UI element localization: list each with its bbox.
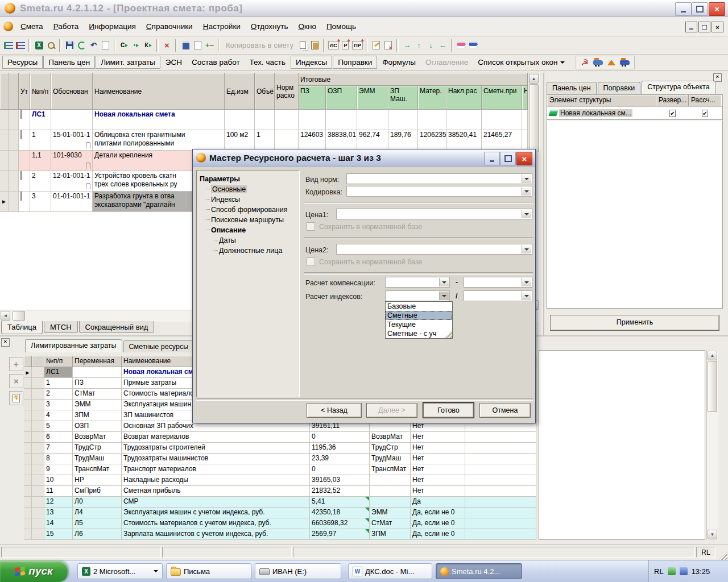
apply-button[interactable]: Применить [550, 315, 719, 331]
mdi-minimize-button[interactable] [685, 22, 697, 32]
scroll-left-button[interactable]: ◄ [1, 311, 10, 321]
new-section-button[interactable]: Р [340, 39, 351, 51]
tab-tablica[interactable]: Таблица [1, 321, 43, 334]
dialog-maximize-button[interactable] [500, 152, 516, 165]
tab-popravki[interactable]: Поправки [333, 56, 377, 69]
table-row[interactable]: 1 15-01-001-1 Облицовка стен гранитнымип… [0, 130, 528, 151]
list-item[interactable]: 8 ТрудМаш Трудозатраты машинистов 23,39 … [24, 454, 536, 464]
close-button[interactable]: × [709, 2, 725, 16]
scroll-thumb[interactable] [529, 84, 539, 152]
dropdown-option-bazovye[interactable]: Базовые [386, 302, 452, 311]
calculator-button[interactable] [180, 39, 192, 51]
export-excel-button[interactable]: X [33, 39, 45, 51]
dropdown-button[interactable] [439, 292, 449, 300]
header-emm[interactable]: ЭММ [357, 86, 388, 110]
razver-checkbox[interactable]: ✔ [669, 110, 675, 117]
approve-checkbox[interactable] [20, 171, 22, 180]
menu-pomosch[interactable]: Помощь [321, 20, 361, 33]
delete-document-button[interactable] [382, 39, 394, 51]
start-button[interactable]: пуск [0, 560, 68, 582]
menu-spravochniki[interactable]: Справочники [141, 20, 198, 33]
taskbar-item-excel[interactable]: X 2 Microsoft... [77, 563, 163, 579]
header-razver[interactable]: Развер... [656, 95, 689, 106]
undo-button[interactable]: ↶ [88, 39, 100, 51]
tab-panel-cen-right[interactable]: Панель цен [547, 82, 597, 94]
menu-nastroyki[interactable]: Настройки [198, 20, 246, 33]
header-rassch[interactable]: Рассч... [689, 95, 721, 106]
structure-tree-button[interactable] [2, 39, 14, 51]
taskbar-item-ivan-drive[interactable]: ИВАН (Е:) [255, 563, 341, 579]
list-item[interactable]: 7 ТрудСтр Трудозатраты строителей 1195,3… [24, 443, 536, 454]
header-ut[interactable]: Ут [19, 73, 30, 110]
price2-combobox[interactable] [336, 244, 532, 255]
header-zp-mash[interactable]: ЗП Маш. [388, 86, 418, 110]
tab-resursy[interactable]: Ресурсы [2, 56, 43, 69]
list-item[interactable]: 15 Л6 Зарплата машинистов с учетом индек… [24, 529, 536, 540]
scroll-up-button[interactable]: ▲ [529, 74, 539, 84]
tab-panel-cen[interactable]: Панель цен [43, 56, 95, 69]
tab-teh-chast[interactable]: Тех. часть [245, 56, 290, 68]
indices-combobox-1[interactable] [385, 290, 450, 301]
header-smetn[interactable]: Сметн.при [482, 86, 522, 110]
search-button[interactable] [45, 39, 57, 51]
tree-item-sposob-formirovaniya[interactable]: Способ формирования [197, 205, 299, 215]
tab-smetnye-resursy[interactable]: Сметные ресурсы [123, 340, 195, 352]
approve-checkbox[interactable] [20, 130, 22, 139]
header-pz[interactable]: ПЗ [299, 86, 326, 110]
menu-okno[interactable]: Окно [293, 20, 321, 33]
dropdown-button[interactable] [522, 187, 531, 196]
new-subsection-button[interactable]: ПР [351, 39, 363, 51]
header-unit[interactable]: Ед.изм [225, 73, 255, 110]
scroll-up-button[interactable]: ▲ [708, 351, 717, 360]
header-ozp[interactable]: ОЗП [326, 86, 357, 110]
rassch-checkbox[interactable]: ✔ [702, 110, 708, 117]
move-right-button[interactable]: → [401, 39, 413, 51]
list-item[interactable]: 10 НР Накладные расходы 39165,03 Нет [24, 475, 536, 486]
dropdown-button[interactable] [522, 278, 531, 286]
materials-pile-icon[interactable] [607, 60, 615, 65]
header-norm[interactable]: Норм расхо [275, 73, 299, 110]
tab-sokraschennyi-vid[interactable]: Сокращенный вид [79, 321, 155, 333]
add-row-button[interactable]: + [9, 357, 23, 371]
price1-combobox[interactable] [336, 209, 532, 219]
structure-row[interactable]: Новая локальная см... ✔ ✔ [547, 106, 722, 119]
move-up-button[interactable]: ↑ [413, 39, 425, 51]
tree-item-indeksy[interactable]: Индексы [197, 194, 299, 205]
encoding-combobox[interactable] [346, 186, 532, 197]
tree-item-parametry[interactable]: Параметры [197, 174, 299, 184]
scroll-thumb[interactable] [13, 311, 25, 321]
add-k-row-button[interactable]: К [142, 39, 154, 51]
dropdown-option-smetnye-s-uch[interactable]: Сметные - с уч [386, 329, 452, 338]
vid-norm-combobox[interactable] [346, 173, 532, 184]
tab-formuly[interactable]: Формулы [378, 56, 420, 68]
save-button[interactable] [64, 39, 76, 51]
restore-button[interactable] [692, 2, 708, 16]
truck-loaded-icon[interactable] [593, 60, 603, 65]
menu-smeta[interactable]: Смета [15, 20, 48, 33]
minimize-button[interactable] [675, 2, 692, 16]
dropdown-button[interactable] [522, 292, 531, 300]
tree-item-dolzhnostnye-lica[interactable]: Должностные лица [197, 246, 299, 256]
menu-rabota[interactable]: Работа [48, 20, 84, 33]
finish-button[interactable]: Готово [423, 403, 474, 418]
recalculate-button[interactable] [9, 391, 23, 405]
tray-antivirus-icon[interactable] [668, 567, 676, 575]
dropdown-option-smetnye[interactable]: Сметные [386, 311, 452, 320]
tab-limit-zatraty[interactable]: Лимит. затраты [96, 56, 160, 69]
header-num[interactable]: №п/п [30, 73, 51, 110]
tray-keyboard-layout[interactable]: RL [654, 567, 664, 576]
approve-checkbox[interactable] [20, 192, 22, 201]
list-item[interactable]: 6 ВозврМат Возврат материалов 0 ВозврМат… [24, 432, 536, 443]
mdi-close-button[interactable]: × [712, 22, 723, 32]
tree-item-daty[interactable]: Даты [197, 235, 299, 246]
tree-item-poiskovye-marshruty[interactable]: Поисковые маршруты [197, 215, 299, 225]
open-windows-dropdown[interactable]: Список открытых окон [473, 56, 569, 68]
move-down-button[interactable]: ↓ [425, 39, 437, 51]
tab-popravki-right[interactable]: Поправки [598, 82, 641, 94]
plus-minus-button[interactable]: +− [204, 39, 216, 51]
taskbar-item-smeta[interactable]: Smeta.ru 4.2... [436, 563, 522, 579]
list-item[interactable]: 11 СмПриб Сметная прибыль 21832,52 Нет [24, 486, 536, 497]
add-estimate-row-button[interactable]: С [118, 39, 130, 51]
normbase-blue-button[interactable] [468, 39, 479, 51]
new-document-button[interactable] [100, 39, 111, 51]
